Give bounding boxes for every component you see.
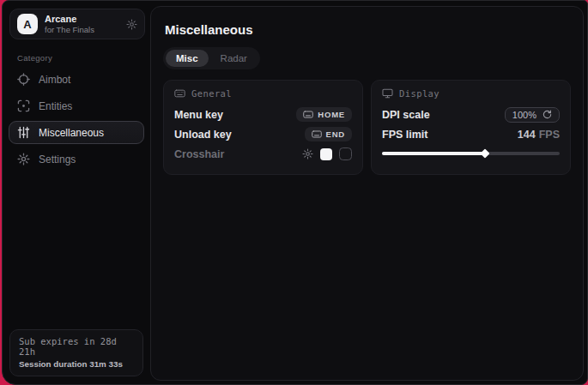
fps-limit-label: FPS limit: [382, 129, 427, 141]
fps-slider-thumb[interactable]: [480, 148, 489, 158]
page-title: Miscellaneous: [165, 22, 571, 37]
crosshair-color-swatch[interactable]: [320, 148, 332, 160]
tab-bar: Misc Radar: [163, 47, 260, 69]
display-card: Display DPI scale 100%: [371, 80, 571, 175]
app-subtitle: for The Finals: [45, 25, 119, 34]
crosshair-checkbox[interactable]: [339, 147, 352, 160]
keyboard-icon: [312, 130, 322, 138]
general-card-title: General: [191, 88, 232, 99]
dpi-scale-label: DPI scale: [382, 109, 430, 121]
keyboard-icon: [303, 111, 313, 118]
scan-icon: [17, 99, 30, 112]
sidebar-item-label: Settings: [39, 153, 76, 165]
main-panel: Miscellaneous Misc Radar General: [150, 6, 584, 381]
general-card: General Menu key HOME: [163, 80, 363, 175]
fps-limit-value: 144: [518, 129, 536, 141]
dpi-scale-row: DPI scale 100%: [382, 105, 560, 124]
tab-misc[interactable]: Misc: [166, 50, 209, 67]
sidebar: A Arcane for The Finals Category: [3, 1, 150, 384]
fps-limit-unit: FPS: [539, 129, 560, 141]
fps-limit-slider[interactable]: [382, 152, 560, 155]
menu-key-button[interactable]: HOME: [296, 107, 352, 122]
sidebar-item-settings[interactable]: Settings: [9, 147, 144, 171]
unload-key-value: END: [326, 129, 345, 139]
sidebar-item-label: Miscellaneous: [39, 127, 104, 139]
category-label: Category: [17, 53, 150, 63]
dpi-scale-control[interactable]: 100%: [505, 107, 560, 123]
app-card: A Arcane for The Finals: [9, 9, 145, 39]
sidebar-item-miscellaneous[interactable]: Miscellaneous: [9, 121, 144, 144]
fps-slider-fill: [382, 152, 485, 155]
subscription-card: Sub expires in 28d 21h Session duration …: [9, 329, 143, 376]
crosshair-label: Crosshair: [174, 148, 224, 160]
app-logo: A: [17, 14, 38, 34]
sliders-icon: [17, 126, 30, 139]
keyboard-icon: [174, 89, 185, 98]
fps-limit-row: FPS limit 144FPS: [382, 124, 560, 144]
sidebar-item-label: Entities: [39, 100, 72, 112]
sub-expires-text: Sub expires in 28d 21h: [19, 336, 134, 357]
sync-gear-icon[interactable]: [126, 19, 137, 30]
dpi-scale-value: 100%: [512, 110, 536, 120]
unload-key-label: Unload key: [174, 129, 232, 141]
unload-key-row: Unload key END: [174, 124, 352, 144]
app-window: A Arcane for The Finals Category: [2, 0, 588, 385]
display-card-title: Display: [399, 88, 439, 99]
menu-key-value: HOME: [318, 110, 345, 119]
tab-radar[interactable]: Radar: [210, 50, 258, 67]
sidebar-nav: Aimbot Entities Miscel: [3, 66, 150, 172]
sidebar-item-label: Aimbot: [39, 74, 70, 86]
sidebar-item-aimbot[interactable]: Aimbot: [9, 68, 144, 91]
monitor-icon: [382, 88, 393, 99]
gear-icon: [17, 153, 30, 165]
menu-key-label: Menu key: [174, 109, 223, 121]
session-duration-text: Session duration 31m 33s: [19, 359, 134, 369]
app-title: Arcane: [45, 14, 119, 24]
sidebar-item-entities[interactable]: Entities: [9, 94, 144, 117]
unload-key-button[interactable]: END: [305, 127, 352, 141]
crosshair-icon: [17, 73, 30, 86]
crosshair-row: Crosshair: [174, 144, 352, 164]
crosshair-settings-gear-icon[interactable]: [302, 148, 313, 159]
rotate-reset-icon: [543, 110, 552, 119]
menu-key-row: Menu key HOME: [174, 105, 352, 124]
